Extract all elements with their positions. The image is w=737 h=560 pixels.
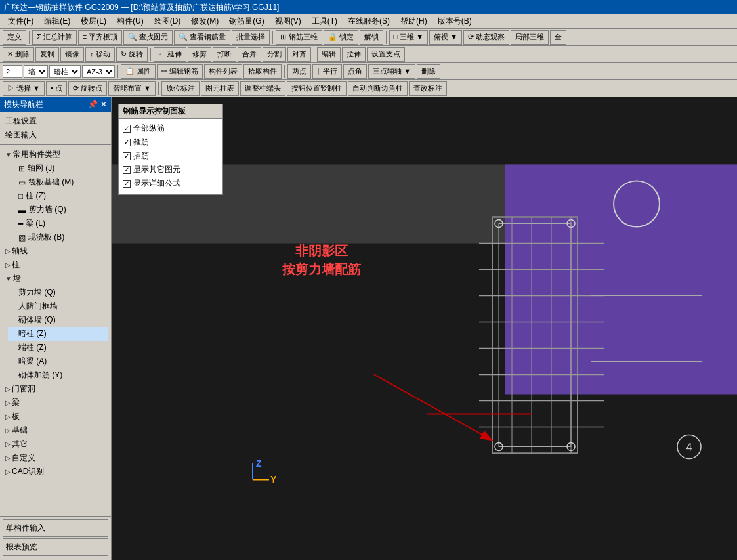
- btn-extend[interactable]: ← 延伸: [154, 47, 186, 62]
- tree-item-axis[interactable]: ⊞ 轴网 (J): [8, 162, 108, 175]
- menu-edit[interactable]: 编辑(E): [39, 14, 75, 28]
- btn-lock[interactable]: 🔒 锁定: [324, 30, 358, 45]
- checkbox-stirrup[interactable]: [123, 139, 131, 146]
- btn-mirror[interactable]: 镜像: [60, 47, 84, 62]
- btn-smart-layout[interactable]: 智能布置 ▼: [108, 81, 156, 96]
- btn-align-slab[interactable]: ≡ 平齐板顶: [78, 30, 122, 45]
- tree-item-dark-col[interactable]: 暗柱 (Z): [8, 327, 108, 341]
- btn-point-angle[interactable]: 点角: [343, 64, 367, 79]
- btn-set-pivot[interactable]: 设置支点: [367, 47, 405, 62]
- tree-item-masonry-rebar[interactable]: 砌体加筋 (Y): [8, 368, 108, 382]
- menu-modify[interactable]: 修改(M): [186, 14, 224, 28]
- tree-beam[interactable]: ▷ 梁: [3, 396, 108, 410]
- menu-file[interactable]: 文件(F): [3, 14, 39, 28]
- wall-id-select[interactable]: AZ-3: [82, 65, 115, 78]
- menu-draw[interactable]: 绘图(D): [149, 14, 186, 28]
- tree-cad[interactable]: ▷ CAD识别: [3, 465, 108, 479]
- menu-view[interactable]: 视图(V): [270, 14, 306, 28]
- btn-three-point[interactable]: 三点辅轴 ▼: [368, 64, 415, 79]
- menu-floor[interactable]: 楼层(L): [75, 14, 112, 28]
- btn-find[interactable]: 🔍 查找图元: [123, 30, 173, 45]
- btn-auto-corner[interactable]: 自动判断边角柱: [348, 81, 408, 96]
- btn-pick-member[interactable]: 拾取构件: [243, 64, 282, 79]
- tree-opening[interactable]: ▷ 门窗洞: [3, 382, 108, 396]
- btn-sum[interactable]: Σ 汇总计算: [32, 30, 77, 45]
- btn-inplace-anno[interactable]: 原位标注: [161, 81, 200, 96]
- btn-edit[interactable]: 编辑: [317, 47, 341, 62]
- tree-item-civil-defense-wall[interactable]: 人防门框墙: [8, 299, 108, 313]
- btn-property[interactable]: 📋 属性: [121, 64, 156, 79]
- sidebar-item-drawing[interactable]: 绘图输入: [3, 128, 108, 142]
- tree-item-end-col[interactable]: 端柱 (Z): [8, 341, 108, 355]
- sidebar-close[interactable]: ✕: [100, 100, 107, 109]
- checkbox-formula[interactable]: [123, 180, 131, 188]
- btn-split[interactable]: 分割: [263, 47, 286, 62]
- btn-remove-aux[interactable]: 删除: [417, 64, 440, 79]
- panel-item-other[interactable]: 显示其它图元: [123, 163, 219, 177]
- btn-edit-anno[interactable]: 查改标注: [409, 81, 447, 96]
- btn-view-rebar[interactable]: 🔍 查看钢筋量: [174, 30, 230, 45]
- tree-column-group[interactable]: ▷ 柱: [3, 258, 108, 272]
- cad-viewport[interactable]: 4 Z Y 钢筋显示控制面板 全部纵筋: [112, 97, 737, 560]
- tree-item-beam[interactable]: ━ 梁 (L): [8, 217, 108, 230]
- btn-rotate[interactable]: ↻ 旋转: [116, 47, 148, 62]
- btn-parallel[interactable]: ‖ 平行: [312, 64, 342, 79]
- panel-item-formula[interactable]: 显示详细公式: [123, 177, 219, 190]
- btn-rotate-point[interactable]: ⟳ 旋转点: [68, 81, 107, 96]
- btn-grid-col[interactable]: 按钮位置竖制柱: [287, 81, 347, 96]
- tree-other[interactable]: ▷ 其它: [3, 437, 108, 451]
- tree-axis-group[interactable]: ▷ 轴线: [3, 244, 108, 258]
- btn-copy[interactable]: 复制: [35, 47, 59, 62]
- btn-batch-select[interactable]: 批量选择: [232, 30, 270, 45]
- btn-dynamic[interactable]: ⟳ 动态观察: [463, 30, 509, 45]
- checkbox-other[interactable]: [123, 166, 131, 174]
- btn-select[interactable]: ▷ 选择 ▼: [3, 81, 45, 96]
- checkbox-longitudinal[interactable]: [123, 125, 131, 133]
- panel-item-longitudinal[interactable]: 全部纵筋: [123, 121, 219, 135]
- btn-single-member[interactable]: 单构件输入: [3, 519, 108, 537]
- btn-report-preview[interactable]: 报表预览: [3, 538, 108, 556]
- btn-move[interactable]: ↕ 移动: [85, 47, 115, 62]
- btn-adjust-col-end[interactable]: 调整柱端头: [240, 81, 285, 96]
- menu-online[interactable]: 在线服务(S): [343, 14, 395, 28]
- panel-item-stirrup[interactable]: 箍筋: [123, 135, 219, 149]
- btn-edit-rebar[interactable]: ✏ 编辑钢筋: [157, 64, 203, 79]
- tree-foundation[interactable]: ▷ 基础: [3, 423, 108, 437]
- btn-define[interactable]: 定义: [3, 30, 26, 45]
- btn-break[interactable]: 打断: [213, 47, 236, 62]
- menu-member[interactable]: 构件(U): [112, 14, 149, 28]
- btn-unlock[interactable]: 解锁: [360, 30, 383, 45]
- btn-member-list[interactable]: 构件列表: [204, 64, 242, 79]
- tree-panel[interactable]: ▷ 板: [3, 410, 108, 423]
- tree-custom[interactable]: ▷ 自定义: [3, 451, 108, 465]
- menu-help[interactable]: 帮助(H): [395, 14, 432, 28]
- menu-version[interactable]: 版本号(B): [432, 14, 477, 28]
- tree-item-slab[interactable]: ▨ 现浇板 (B): [8, 230, 108, 244]
- btn-two-point[interactable]: 两点: [287, 64, 311, 79]
- btn-local-3d[interactable]: 局部三维: [511, 30, 549, 45]
- panel-item-insert[interactable]: 插筋: [123, 149, 219, 163]
- menu-tools[interactable]: 工具(T): [306, 14, 343, 28]
- btn-stretch[interactable]: 拉伸: [342, 47, 366, 62]
- btn-top-view[interactable]: 俯视 ▼: [429, 30, 462, 45]
- tree-item-column[interactable]: □ 柱 (Z): [8, 189, 108, 203]
- tree-item-shear-wall[interactable]: ▬ 剪力墙 (Q): [8, 203, 108, 217]
- tree-item-dark-beam[interactable]: 暗梁 (A): [8, 355, 108, 368]
- layer-input[interactable]: [3, 65, 22, 78]
- btn-trim[interactable]: 修剪: [188, 47, 211, 62]
- tree-item-raft[interactable]: ▭ 筏板基础 (M): [8, 175, 108, 189]
- checkbox-insert[interactable]: [123, 152, 131, 160]
- sidebar-pin[interactable]: 📌: [88, 100, 98, 109]
- tree-common-types[interactable]: ▼ 常用构件类型: [3, 148, 108, 162]
- btn-col-table[interactable]: 图元柱表: [201, 81, 239, 96]
- btn-3d[interactable]: □ 三维 ▼: [389, 30, 429, 45]
- wall-type-select[interactable]: 墙: [24, 65, 48, 78]
- btn-rebar-3d[interactable]: ⊞ 钢筋三维: [276, 30, 322, 45]
- btn-full[interactable]: 全: [550, 30, 566, 45]
- tree-wall-group[interactable]: ▼ 墙: [3, 272, 108, 286]
- tree-item-brick-wall[interactable]: 砌体墙 (Q): [8, 313, 108, 327]
- tree-item-sw[interactable]: 剪力墙 (Q): [8, 286, 108, 299]
- btn-merge[interactable]: 合并: [238, 47, 261, 62]
- btn-point[interactable]: • 点: [46, 81, 67, 96]
- wall-subtype-select[interactable]: 暗柱: [49, 65, 81, 78]
